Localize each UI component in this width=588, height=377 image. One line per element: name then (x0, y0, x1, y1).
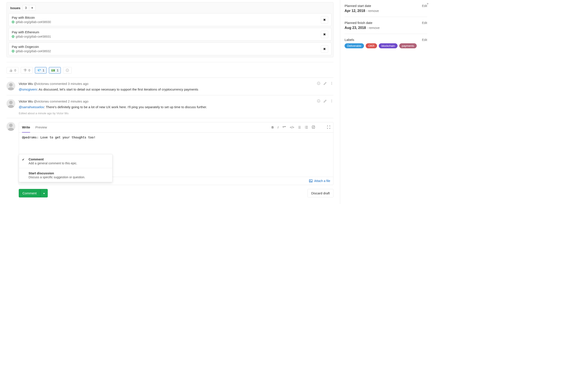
more-icon[interactable] (330, 82, 333, 86)
issue-ref-text: gitlab-org/gitlab-ce#38930 (16, 20, 51, 24)
label-chip[interactable]: blockchain (379, 43, 397, 48)
reaction-gem[interactable]: 💎 1 (35, 67, 47, 74)
sidebar-start-date: » Planned start date Edit Apr 12, 2018 -… (345, 0, 427, 17)
label-chip[interactable]: OKR (366, 43, 377, 48)
remove-issue-button[interactable]: ✖ (321, 16, 328, 24)
comment-meta: Victor Wu @victorwu commented 2 minutes … (19, 99, 88, 103)
edit-icon[interactable] (324, 82, 327, 86)
comment-time: 3 minutes ago (68, 82, 88, 85)
remove-issue-button[interactable]: ✖ (321, 45, 328, 53)
remove-issue-button[interactable]: ✖ (321, 31, 328, 38)
reaction-thumbs-up[interactable]: 👍 0 (7, 67, 19, 74)
edit-icon[interactable] (324, 99, 327, 103)
edit-link[interactable]: Edit (422, 21, 427, 24)
quote-icon[interactable]: ❝❞ (282, 126, 286, 129)
add-issue-button[interactable]: + (29, 5, 36, 11)
reaction-thumbs-down[interactable]: 👎 0 (21, 67, 33, 74)
issues-header-label: Issues (10, 6, 21, 10)
reaction-count: 0 (28, 69, 30, 72)
comment-verb: commented (50, 82, 67, 85)
reaction-count: 1 (57, 69, 58, 72)
comment-compose: Write Preview B I ❝❞ </> ☰ 123 A (7, 118, 333, 185)
svg-point-19 (331, 101, 332, 101)
label-chip[interactable]: Deliverable (345, 43, 364, 48)
label-chip[interactable]: payments (399, 43, 417, 48)
comment-text: @sarrahvesselov: There's definitely goin… (19, 105, 333, 110)
check-icon: ✔ (22, 158, 25, 161)
svg-point-0 (66, 69, 69, 72)
comment-author[interactable]: Victor Wu (19, 82, 33, 85)
comment-handle[interactable]: @victorwu (34, 82, 49, 85)
issue-card[interactable]: Pay with Dogecoin gitlab-org/gitlab-ce#3… (9, 42, 331, 55)
edit-link[interactable]: Edit (422, 4, 427, 8)
tab-write[interactable]: Write (22, 122, 30, 132)
issue-ref-text: gitlab-org/gitlab-ce#38931 (16, 35, 51, 38)
markdown-toolbar: B I ❝❞ </> ☰ 123 (272, 126, 330, 129)
issues-header: Issues 3 + (7, 2, 333, 13)
dropdown-item-discussion[interactable]: Start discussion Discuss a specific sugg… (19, 168, 112, 182)
comment-handle[interactable]: @victorwu (34, 99, 49, 103)
compose-actions: Comment Discard draft (7, 189, 333, 197)
task-list-icon[interactable] (312, 126, 315, 129)
svg-point-13 (9, 101, 13, 104)
avatar-self[interactable] (7, 122, 15, 131)
bold-icon[interactable]: B (272, 126, 274, 129)
svg-point-1 (67, 70, 67, 70)
svg-point-2 (68, 70, 68, 70)
react-icon[interactable] (317, 82, 320, 86)
italic-icon[interactable]: I (278, 126, 278, 129)
remove-date-link[interactable]: - remove (367, 26, 380, 30)
svg-point-15 (317, 99, 320, 102)
fullscreen-icon[interactable] (327, 126, 330, 129)
svg-text:3: 3 (305, 128, 306, 129)
reaction-count: 0 (14, 69, 16, 72)
issue-card[interactable]: Pay with Bitcoin gitlab-org/gitlab-ce#38… (9, 13, 331, 26)
svg-point-8 (319, 83, 319, 83)
collapse-sidebar-icon[interactable]: » (427, 2, 428, 5)
add-reaction-button[interactable] (63, 67, 72, 74)
remove-date-link[interactable]: - remove (366, 9, 379, 13)
more-icon[interactable] (330, 99, 333, 103)
svg-rect-29 (306, 128, 308, 129)
svg-rect-27 (306, 127, 308, 128)
react-icon[interactable] (317, 99, 320, 103)
comment-button[interactable]: Comment (19, 189, 40, 197)
comment-body-text: : As discussed, let's start to detail ou… (37, 87, 198, 91)
discard-draft-button[interactable]: Discard draft (308, 189, 333, 197)
avatar[interactable] (7, 99, 15, 108)
issue-title: Pay with Dogecoin (12, 45, 51, 48)
thumbs-up-icon: 👍 (9, 69, 13, 72)
bullet-list-icon[interactable]: ☰ (298, 126, 301, 129)
comment-author[interactable]: Victor Wu (19, 99, 33, 103)
sidebar-label: Planned start date (345, 4, 371, 8)
reaction-dollar[interactable]: 💵 1 (49, 67, 61, 74)
edited-note: Edited about a minute ago by Victor Wu (19, 112, 333, 115)
code-icon[interactable]: </> (290, 126, 294, 129)
numbered-list-icon[interactable]: 123 (305, 126, 308, 129)
sidebar-finish-date: Planned finish date Edit Aug 23, 2018 - … (345, 17, 427, 34)
issue-title: Pay with Bitcoin (12, 16, 51, 19)
edit-link[interactable]: Edit (422, 38, 427, 42)
svg-point-32 (310, 180, 311, 181)
image-icon (309, 179, 313, 183)
comment-verb: commented (50, 99, 67, 103)
comment-body-text: : There's definitely going to be a lot o… (44, 105, 207, 109)
dropdown-item-comment[interactable]: ✔ Comment Add a general comment to this … (19, 154, 112, 168)
issues-count: 3 (23, 5, 29, 11)
comment-dropdown-toggle[interactable] (40, 189, 48, 197)
svg-point-20 (331, 102, 332, 102)
tab-preview[interactable]: Preview (35, 122, 47, 132)
issue-ref-text: gitlab-org/gitlab-ce#38932 (16, 49, 51, 53)
sidebar: » Planned start date Edit Apr 12, 2018 -… (340, 0, 432, 204)
status-open-icon (12, 21, 14, 23)
start-date-value: Apr 12, 2018 (345, 9, 365, 13)
issue-card[interactable]: Pay with Ethereum gitlab-org/gitlab-ce#3… (9, 28, 331, 41)
avatar[interactable] (7, 82, 15, 90)
mention[interactable]: @smcgivern (19, 87, 37, 91)
mention[interactable]: @sarrahvesselov (19, 105, 44, 109)
dropdown-title: Start discussion (28, 171, 108, 175)
issue-ref: gitlab-org/gitlab-ce#38931 (12, 35, 51, 38)
comment-thread: Victor Wu @victorwu commented 3 minutes … (7, 78, 333, 118)
sidebar-label: Planned finish date (345, 21, 373, 24)
svg-point-6 (317, 82, 320, 85)
